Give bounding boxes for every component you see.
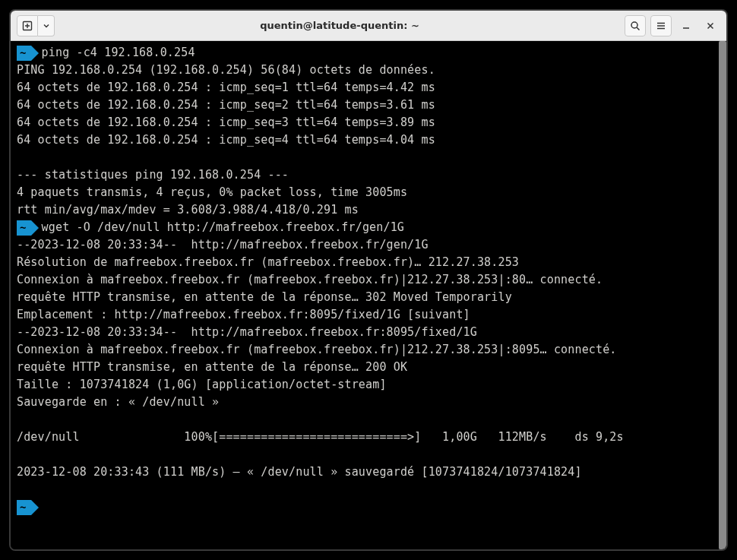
prompt-line: ~ ping -c4 192.168.0.254 [17,44,720,62]
prompt-badge: ~ [17,220,31,236]
output-line: Emplacement : http://mafreebox.freebox.f… [17,306,720,324]
output-line: requête HTTP transmise, en attente de la… [17,359,720,376]
svg-point-3 [631,22,637,28]
new-tab-button[interactable] [17,15,38,36]
titlebar: quentin@latitude-quentin: ~ [11,11,726,41]
search-icon [630,21,641,31]
output-line: Résolution de mafreebox.freebox.fr (mafr… [17,254,720,271]
new-tab-combo [17,15,55,36]
output-line: Sauvegarde en : « /dev/null » [17,394,720,411]
output-line: Connexion à mafreebox.freebox.fr (mafree… [17,341,720,359]
minimize-button[interactable] [676,16,696,36]
output-line: --2023-12-08 20:33:34-- http://mafreebox… [17,236,720,254]
scrollbar[interactable] [719,41,726,549]
output-line: requête HTTP transmise, en attente de la… [17,289,720,306]
blank-line [17,481,720,498]
hamburger-icon [656,21,666,31]
blank-line [17,411,720,429]
output-line: rtt min/avg/max/mdev = 3.608/3.988/4.418… [17,201,720,219]
close-button[interactable] [701,16,720,36]
new-tab-dropdown[interactable] [38,15,55,36]
output-line: 64 octets de 192.168.0.254 : icmp_seq=3 … [17,114,720,131]
svg-line-4 [637,27,640,30]
new-tab-icon [22,21,33,31]
blank-line [17,149,720,166]
output-line: 64 octets de 192.168.0.254 : icmp_seq=4 … [17,131,720,149]
prompt-line: ~ [17,498,720,516]
output-line: 2023-12-08 20:33:43 (111 MB/s) — « /dev/… [17,464,720,481]
search-button[interactable] [625,15,646,36]
scrollbar-thumb[interactable] [719,41,726,549]
window-title: quentin@latitude-quentin: ~ [59,20,620,31]
close-icon [706,21,715,30]
output-line: 64 octets de 192.168.0.254 : icmp_seq=1 … [17,79,720,96]
output-line: 4 paquets transmis, 4 reçus, 0% packet l… [17,184,720,201]
command-text: wget -O /dev/null http://mafreebox.freeb… [42,219,404,236]
menu-button[interactable] [650,15,672,36]
terminal-area[interactable]: ~ ping -c4 192.168.0.254 PING 192.168.0.… [11,41,726,549]
blank-line [17,446,720,464]
terminal-window: quentin@latitude-quentin: ~ [9,9,728,551]
minimize-icon [682,21,691,30]
chevron-down-icon [43,22,50,30]
titlebar-left [17,15,55,36]
titlebar-right [625,15,720,36]
prompt-line: ~ wget -O /dev/null http://mafreebox.fre… [17,219,720,236]
output-line: Taille : 1073741824 (1,0G) [application/… [17,376,720,394]
output-line: 64 octets de 192.168.0.254 : icmp_seq=2 … [17,96,720,114]
output-line: --- statistiques ping 192.168.0.254 --- [17,166,720,184]
prompt-badge: ~ [17,46,31,61]
command-text: ping -c4 192.168.0.254 [42,44,195,62]
output-line: Connexion à mafreebox.freebox.fr (mafree… [17,271,720,289]
terminal-content: ~ ping -c4 192.168.0.254 PING 192.168.0.… [11,41,726,519]
output-line: /dev/null 100%[=========================… [17,429,720,446]
output-line: --2023-12-08 20:33:34-- http://mafreebox… [17,324,720,341]
prompt-badge: ~ [17,500,31,515]
output-line: PING 192.168.0.254 (192.168.0.254) 56(84… [17,62,720,79]
